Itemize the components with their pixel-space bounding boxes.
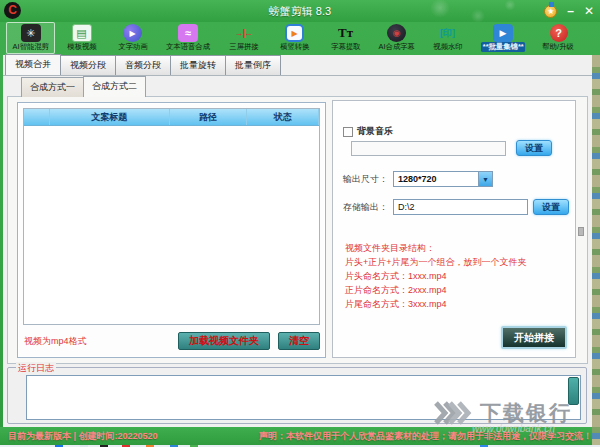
run-log-group: 运行日志 [7,367,587,424]
video-watermark-icon: [印] [438,24,458,42]
toolbar-item-label: 字幕提取 [331,42,360,52]
structure-line: 片尾命名方式：3xxx.mp4 [345,297,567,311]
start-splice-button[interactable]: 开始拼接 [501,326,567,349]
tab-视频分段[interactable]: 视频分段 [60,55,116,75]
tab-批量旋转[interactable]: 批量旋转 [170,55,226,75]
toolbar-item-template-video[interactable]: ▤模板视频 [57,22,106,54]
subtitle-extract-icon: Tт [336,24,356,42]
toolbar-item-subtitle-extract[interactable]: Tт字幕提取 [321,22,370,54]
clear-button[interactable]: 清空 [278,332,320,350]
file-table[interactable]: 文案标题路径状态 [23,108,320,325]
background-strip [592,55,600,445]
toolbar-item-label: 模板视频 [67,42,96,52]
three-screen-icon: →|← [234,24,254,42]
toolbar-item-label: 视频水印 [433,42,462,52]
load-video-folder-button[interactable]: 加载视频文件夹 [178,332,270,350]
structure-line: 正片命名方式：2xxx.mp4 [345,283,567,297]
toolbar-item-label: 文本语音合成 [166,42,210,52]
tts-icon: ≈ [178,24,198,42]
main-panel: 文案标题路径状态 视频为mp4格式 加载视频文件夹 清空 背景音乐 设置 输出尺… [7,96,588,364]
panel-scrollbar-thumb[interactable] [578,227,584,236]
titlebar: C 螃蟹剪辑 8.3 ★ – ✕ [0,0,600,22]
file-actions-row: 视频为mp4格式 加载视频文件夹 清空 [24,331,320,351]
toolbar: ✳AI智能混剪▤模板视频▶文字动画≈文本语音合成→|←三屏拼接▶横竖转换Tт字幕… [0,22,592,55]
toolbar-item-text-animation[interactable]: ▶文字动画 [108,22,157,54]
run-log-area[interactable] [26,375,581,420]
minimize-button[interactable]: – [567,0,574,22]
toolbar-item-label: AI智能混剪 [12,42,48,52]
structure-line: 片头命名方式：1xxx.mp4 [345,269,567,283]
table-body[interactable] [24,126,319,324]
toolbar-item-label: AI合成字幕 [378,42,414,52]
structure-line: 视频文件夹目录结构： [345,241,567,255]
help-upgrade-icon: ? [550,24,568,42]
table-header-路径[interactable]: 路径 [170,109,248,125]
toolbar-item-label: 帮助/升级 [543,42,574,52]
subtab-bar: 合成方式一合成方式二 [21,78,145,97]
table-header-状态[interactable]: 状态 [247,109,319,125]
file-list-group: 文案标题路径状态 视频为mp4格式 加载视频文件夹 清空 [17,102,326,358]
bgm-label: 背景音乐 [357,125,393,138]
toolbar-item-crab[interactable]: ✳AI智能混剪 [6,22,55,54]
table-header-blank[interactable] [24,109,50,125]
format-note: 视频为mp4格式 [24,335,87,348]
storage-path-input[interactable]: D:\2 [393,199,528,215]
text-animation-icon: ▶ [123,24,142,42]
toolbar-item-label: 文字动画 [118,42,147,52]
tab-音频分段[interactable]: 音频分段 [115,55,171,75]
output-size-label: 输出尺寸： [343,173,388,186]
close-button[interactable]: ✕ [584,0,594,22]
toolbar-item-label: 三屏拼接 [229,42,258,52]
toolbar-item-label: 横竖转换 [280,42,309,52]
folder-structure-help: 视频文件夹目录结构：片头+正片+片尾为一个组合，放到一个文件夹片头命名方式：1x… [345,241,567,311]
toolbar-item-three-screen[interactable]: →|←三屏拼接 [219,22,268,54]
bgm-row: 背景音乐 [343,125,393,138]
toolbar-item-orientation-convert[interactable]: ▶横竖转换 [270,22,319,54]
structure-line: 片头+正片+片尾为一个组合，放到一个文件夹 [345,255,567,269]
bgm-path-input[interactable] [351,141,506,156]
toolbar-item-video-watermark[interactable]: [印]视频水印 [423,22,472,54]
crab-icon: ✳ [21,24,41,42]
medal-icon[interactable]: ★ [544,5,557,18]
tab-视频合并[interactable]: 视频合并 [5,54,61,75]
log-scrollbar-thumb[interactable] [568,377,579,405]
content-area: 视频合并视频分段音频分段批量旋转批量倒序 合成方式一合成方式二 文案标题路径状态… [3,55,592,427]
toolbar-item-tts[interactable]: ≈文本语音合成 [159,22,217,54]
output-size-row: 输出尺寸： 1280*720 ▼ [343,171,493,187]
run-log-label: 运行日志 [16,362,56,375]
toolbar-item-label: **批量集锦** [481,42,526,52]
orientation-convert-icon: ▶ [285,24,304,42]
subtab-合成方式二[interactable]: 合成方式二 [83,76,146,97]
output-size-value: 1280*720 [394,174,478,184]
disclaimer-text: 声明：本软件仅用于个人欣赏品鉴素材的处理；请勿用于非法用途，仅限学习交流！ [259,430,592,443]
storage-set-button[interactable]: 设置 [533,199,569,215]
subtab-合成方式一[interactable]: 合成方式一 [21,77,84,97]
table-header-文案标题[interactable]: 文案标题 [50,109,170,125]
ai-subtitle-icon: ◉ [387,24,406,42]
title-controls: ★ – ✕ [544,0,594,22]
toolbar-item-batch-collection[interactable]: ▶**批量集锦** [474,22,532,54]
tab-bar: 视频合并视频分段音频分段批量旋转批量倒序 [3,55,592,76]
batch-collection-icon: ▶ [493,24,513,42]
settings-group: 背景音乐 设置 输出尺寸： 1280*720 ▼ 存储输出： D:\2 设置 视… [332,100,576,358]
bgm-checkbox[interactable] [343,127,353,137]
toolbar-item-help-upgrade[interactable]: ?帮助/升级 [534,22,583,54]
toolbar-item-ai-subtitle[interactable]: ◉AI合成字幕 [372,22,421,54]
tab-批量倒序[interactable]: 批量倒序 [225,55,281,75]
storage-label: 存储输出： [343,201,388,214]
status-bar: 目前为最新版本 | 创建时间:20220520 声明：本软件仅用于个人欣赏品鉴素… [0,427,600,445]
bgm-set-button[interactable]: 设置 [516,140,552,156]
storage-row: 存储输出： D:\2 设置 [343,199,569,215]
table-header-row: 文案标题路径状态 [24,109,319,126]
template-video-icon: ▤ [72,24,92,42]
app-window: C 螃蟹剪辑 8.3 ★ – ✕ ✳AI智能混剪▤模板视频▶文字动画≈文本语音合… [0,0,600,447]
window-title: 螃蟹剪辑 8.3 [0,4,600,19]
output-size-select[interactable]: 1280*720 ▼ [393,171,493,187]
chevron-down-icon[interactable]: ▼ [478,172,492,186]
version-status-text: 目前为最新版本 | 创建时间:20220520 [8,430,158,443]
